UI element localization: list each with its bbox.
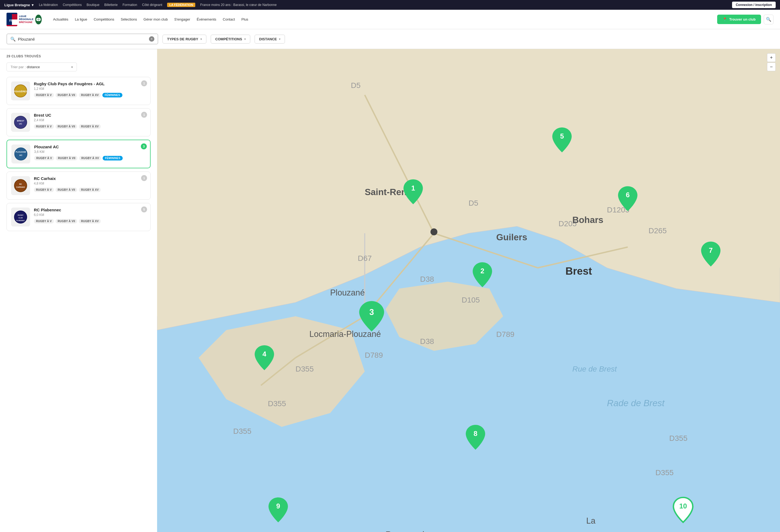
svg-text:La: La: [586, 516, 595, 525]
minus-icon: −: [770, 64, 773, 70]
svg-text:9: 9: [276, 502, 280, 510]
tag-rugby-vii: RUGBY À VII: [55, 188, 77, 192]
club-info: Plouzané AC 3,6 KM RUGBY À V RUGBY À VII…: [34, 145, 146, 160]
club-name: RC Carhaix: [34, 176, 146, 181]
top-nav-federation[interactable]: La fédération: [39, 3, 58, 7]
nav-actualites[interactable]: Actualités: [50, 15, 71, 23]
tag-rugby-xv: RUGBY À XV: [79, 93, 101, 97]
top-nav-competitions[interactable]: Compétitions: [63, 3, 82, 7]
svg-text:D265: D265: [648, 226, 667, 235]
club-logo: FOUGÈRES: [11, 82, 30, 100]
search-nav-button[interactable]: 🔍: [764, 15, 774, 24]
results-count: 29 CLUBS TROUVÉS: [6, 54, 151, 58]
svg-text:PLOUZANÉ: PLOUZANÉ: [16, 151, 26, 153]
login-button[interactable]: Connexion / inscription: [732, 2, 776, 8]
nav-gerer-club[interactable]: Gérer mon club: [141, 15, 170, 23]
card-number: 5: [141, 207, 147, 212]
map-controls: + −: [767, 53, 776, 71]
svg-text:2: 2: [481, 267, 484, 275]
zoom-in-button[interactable]: +: [767, 53, 776, 62]
club-tags: RUGBY À V RUGBY À VII RUGBY À XV: [34, 219, 146, 223]
ligue-selector[interactable]: Ligue Bretagne ▾: [4, 3, 34, 7]
svg-text:4: 4: [262, 350, 266, 358]
nav-plus[interactable]: Plus: [239, 15, 251, 23]
find-club-label: Trouver un club: [729, 17, 755, 21]
club-name: Plouzané AC: [34, 145, 146, 149]
svg-text:D355: D355: [268, 400, 286, 408]
tag-rugby-vii: RUGBY À VII: [56, 156, 78, 160]
club-card-active[interactable]: PLOUZANÉ AC Plouzané AC 3,6 KM RUGBY À V…: [6, 140, 151, 168]
nav-selections[interactable]: Sélections: [118, 15, 140, 23]
sort-label: Trier par :: [10, 65, 26, 69]
zoom-out-button[interactable]: −: [767, 62, 776, 71]
main-nav-links: Actualités La ligue Compétitions Sélecti…: [50, 15, 713, 23]
nav-competitions[interactable]: Compétitions: [91, 15, 117, 23]
svg-text:6: 6: [626, 191, 630, 199]
svg-text:FFR: FFR: [9, 19, 15, 22]
svg-point-15: [14, 179, 27, 192]
distance-label: DISTANCE: [259, 37, 277, 41]
club-card[interactable]: BREST UC Brest UC 2,4 KM RUGBY À V RUGBY…: [6, 108, 151, 137]
club-tags: RUGBY À V RUGBY À VII RUGBY À XV: [34, 124, 146, 129]
svg-text:Plouzané: Plouzané: [330, 288, 365, 297]
tag-feminine: FÉMININES: [103, 156, 123, 160]
club-distance: 1,2 KM: [34, 87, 146, 91]
nav-la-ligue[interactable]: La ligue: [72, 15, 90, 23]
club-info: Brest UC 2,4 KM RUGBY À V RUGBY À VII RU…: [34, 113, 146, 129]
tag-rugby-xv: RUGBY À XV: [79, 188, 101, 192]
ffr-logo: FFR: [6, 13, 17, 26]
svg-text:Rade de Brest: Rade de Brest: [607, 398, 665, 408]
club-card[interactable]: FOUGÈRES Rugby Club Pays de Fougères - A…: [6, 77, 151, 105]
club-card[interactable]: RUGBY CLUB PLABENNEC RC Plabennec 6,0 KM…: [6, 203, 151, 231]
logo-area: FFR LIGUE RÉGIONALE BRETAGNE: [6, 12, 42, 27]
clear-search-button[interactable]: ×: [149, 36, 154, 42]
card-number: 1: [141, 81, 147, 86]
svg-text:UC: UC: [19, 122, 22, 125]
close-icon: ×: [151, 37, 152, 41]
nav-sengager[interactable]: S'engager: [172, 15, 193, 23]
svg-text:D5: D5: [351, 81, 361, 90]
svg-text:CLUB: CLUB: [18, 217, 22, 219]
ligue-chevron: ▾: [32, 3, 34, 7]
logo-box: FFR LIGUE RÉGIONALE BRETAGNE: [6, 12, 42, 27]
distance-chevron: ▾: [279, 38, 280, 41]
svg-text:Locmaria-Plouzané: Locmaria-Plouzané: [309, 329, 381, 338]
top-nav-formation[interactable]: Formation: [123, 3, 137, 7]
sort-chevron: ▾: [71, 65, 73, 69]
ligue-name: Ligue Bretagne: [4, 3, 30, 7]
top-nav-boutique[interactable]: Boutique: [87, 3, 99, 7]
nav-contact[interactable]: Contact: [220, 15, 238, 23]
ligue-text-2: BRETAGNE: [19, 21, 34, 24]
club-info: RC Carhaix 4,8 KM RUGBY À V RUGBY À VII …: [34, 176, 146, 192]
rugby-ball-logo: [35, 15, 42, 24]
competitions-chevron: ▾: [244, 38, 246, 41]
tag-rugby-v: RUGBY À V: [34, 219, 54, 223]
federation-badge: LA FÉDÉRATION: [167, 3, 195, 7]
svg-text:3: 3: [370, 307, 374, 317]
club-logo: PLOUZANÉ AC: [11, 145, 30, 163]
tag-rugby-v: RUGBY À V: [34, 93, 54, 97]
nav-evenements[interactable]: Événements: [194, 15, 219, 23]
tag-rugby-v: RUGBY À V: [34, 124, 54, 129]
types-rugby-filter[interactable]: TYPES DE RUGBY ▾: [162, 35, 206, 44]
club-card[interactable]: RC CARHAIX RC Carhaix 4,8 KM RUGBY À V R…: [6, 171, 151, 200]
sort-value: distance: [27, 65, 71, 69]
plus-icon: +: [770, 55, 773, 61]
svg-text:FOUGÈRES: FOUGÈRES: [14, 90, 28, 93]
competitions-filter[interactable]: COMPÉTITIONS ▾: [211, 35, 250, 44]
tag-rugby-vii: RUGBY À VII: [55, 93, 77, 97]
svg-text:D38: D38: [420, 275, 434, 283]
svg-text:D67: D67: [358, 254, 372, 263]
find-club-button[interactable]: 📍 Trouver un club: [717, 15, 761, 24]
distance-filter[interactable]: DISTANCE ▾: [255, 35, 285, 44]
search-input[interactable]: [18, 37, 147, 41]
search-bar-area: 🔍 × TYPES DE RUGBY ▾ COMPÉTITIONS ▾ DIST…: [0, 29, 780, 49]
main-nav: FFR LIGUE RÉGIONALE BRETAGNE Actualités …: [0, 10, 780, 29]
top-nav-billetterie[interactable]: Billetterie: [104, 3, 117, 7]
tag-rugby-v: RUGBY À V: [34, 188, 54, 192]
top-nav-cote-dirigeant[interactable]: Côté dirigeant: [142, 3, 162, 7]
main-content: 29 CLUBS TROUVÉS Trier par : distance ▾ …: [0, 49, 780, 532]
sort-bar[interactable]: Trier par : distance ▾: [6, 62, 77, 71]
svg-text:Bohars: Bohars: [572, 215, 603, 225]
svg-text:RC: RC: [19, 183, 22, 185]
